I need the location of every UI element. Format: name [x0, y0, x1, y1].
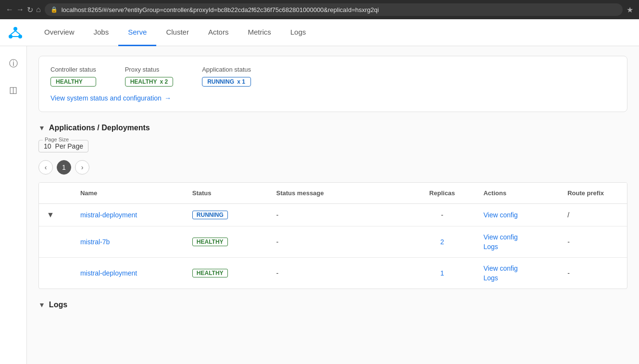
- svg-line-4: [15, 31, 20, 35]
- application-status-label: Application status: [202, 66, 251, 73]
- nav-item-cluster[interactable]: Cluster: [156, 20, 199, 46]
- row-chevron-icon[interactable]: ▼: [47, 211, 54, 219]
- svg-point-1: [9, 35, 13, 38]
- sidebar: ⓘ ◫: [0, 46, 27, 364]
- row-actions-cell: View config: [476, 204, 560, 226]
- deployments-chevron-icon: ▼: [38, 124, 45, 132]
- svg-line-3: [11, 31, 15, 35]
- bookmark-icon[interactable]: ★: [626, 5, 633, 14]
- shield-icon: 🔒: [50, 6, 58, 13]
- col-header-message: Status message: [269, 183, 409, 204]
- col-header-status: Status: [185, 183, 269, 204]
- nav-item-overview[interactable]: Overview: [35, 20, 84, 46]
- view-config-link[interactable]: View config: [483, 264, 552, 272]
- svg-point-0: [13, 27, 17, 31]
- deployment-name-link[interactable]: mistral-7b: [80, 238, 110, 246]
- row-status-badge: HEALTHY: [192, 238, 228, 246]
- application-status-badge: RUNNING x 1: [202, 77, 251, 87]
- row-replicas-cell: -: [409, 204, 476, 226]
- row-replicas-cell: 1: [409, 258, 476, 289]
- logs-link[interactable]: Logs: [483, 243, 552, 251]
- col-header-route: Route prefix: [560, 183, 627, 204]
- nav-bar: Overview Jobs Serve Cluster Actors Metri…: [0, 19, 639, 46]
- row-route-cell: -: [560, 258, 627, 289]
- pagination: ‹ 1 ›: [38, 160, 627, 175]
- page-size-value: 10: [44, 142, 51, 150]
- browser-nav-icons[interactable]: ← → ↻ ⌂: [6, 5, 41, 14]
- table-controls: Page Size 10 Per Page: [38, 140, 627, 152]
- nav-item-serve[interactable]: Serve: [118, 20, 156, 46]
- view-config-link[interactable]: View config: [483, 211, 552, 219]
- col-header-expand: [39, 183, 73, 204]
- row-name-cell: mistral-7b: [73, 226, 185, 258]
- status-row: Controller status HEALTHY Proxy status H…: [50, 66, 615, 87]
- controller-status-label: Controller status: [50, 66, 96, 73]
- home-icon[interactable]: ⌂: [36, 5, 41, 14]
- row-status-cell: RUNNING: [185, 204, 269, 226]
- prev-page-button[interactable]: ‹: [38, 160, 53, 175]
- row-message-cell: -: [269, 258, 409, 289]
- nav-item-actors[interactable]: Actors: [199, 20, 238, 46]
- browser-chrome: ← → ↻ ⌂ 🔒 localhost:8265/#/serve?entityG…: [0, 0, 639, 19]
- per-page-label: Per Page: [55, 142, 83, 150]
- logs-chevron-icon: ▼: [38, 301, 45, 309]
- deployment-name-link[interactable]: mistral-deployment: [80, 211, 137, 219]
- url-text: localhost:8265/#/serve?entityGroup=contr…: [62, 6, 617, 13]
- main-nav: Overview Jobs Serve Cluster Actors Metri…: [35, 19, 315, 46]
- table-row: mistral-deployment HEALTHY - 1: [39, 258, 627, 289]
- arrow-icon: →: [164, 94, 171, 102]
- row-route-cell: /: [560, 204, 627, 226]
- logs-section-title: Logs: [49, 301, 67, 309]
- table-icon[interactable]: ◫: [5, 81, 21, 99]
- table-header-row: Name Status Status message Replicas Acti…: [39, 183, 627, 204]
- row-name-cell: mistral-deployment: [73, 204, 185, 226]
- replicas-link[interactable]: 2: [440, 238, 444, 246]
- deployments-table-element: Name Status Status message Replicas Acti…: [39, 183, 627, 289]
- col-header-name: Name: [73, 183, 185, 204]
- application-status-group: Application status RUNNING x 1: [202, 66, 251, 87]
- logs-section: ▼ Logs: [38, 301, 627, 309]
- refresh-icon[interactable]: ↻: [27, 5, 33, 14]
- col-header-replicas: Replicas: [409, 183, 476, 204]
- back-icon[interactable]: ←: [6, 5, 13, 14]
- table-row: ▼ mistral-deployment RUNNING - -: [39, 204, 627, 226]
- nav-item-metrics[interactable]: Metrics: [238, 20, 280, 46]
- row-message-cell: -: [269, 226, 409, 258]
- row-actions-cell: View config Logs: [476, 226, 560, 258]
- proxy-status-badge: HEALTHY x 2: [125, 77, 173, 87]
- view-config-link[interactable]: View config: [483, 233, 552, 241]
- controller-status-badge: HEALTHY: [50, 77, 96, 87]
- table-row: mistral-7b HEALTHY - 2 View c: [39, 226, 627, 258]
- deployments-section-header[interactable]: ▼ Applications / Deployments: [38, 124, 627, 132]
- row-name-cell: mistral-deployment: [73, 258, 185, 289]
- next-page-button[interactable]: ›: [75, 160, 89, 175]
- deployment-name-link[interactable]: mistral-deployment: [80, 269, 137, 277]
- row-expand-cell[interactable]: ▼: [39, 204, 73, 226]
- proxy-status-group: Proxy status HEALTHY x 2: [125, 66, 173, 87]
- deployments-section: ▼ Applications / Deployments Page Size 1…: [38, 124, 627, 289]
- deployments-table: Name Status Status message Replicas Acti…: [38, 182, 627, 289]
- address-bar[interactable]: 🔒 localhost:8265/#/serve?entityGroup=con…: [45, 3, 623, 16]
- page-size-control[interactable]: Page Size 10 Per Page: [38, 140, 88, 152]
- row-expand-cell[interactable]: [39, 258, 73, 289]
- app-logo[interactable]: [8, 25, 23, 40]
- logs-section-header[interactable]: ▼ Logs: [38, 301, 627, 309]
- forward-icon[interactable]: →: [16, 5, 24, 14]
- row-status-cell: HEALTHY: [185, 258, 269, 289]
- app-layout: ⓘ ◫ Controller status HEALTHY Proxy stat…: [0, 46, 639, 364]
- page-1-button[interactable]: 1: [57, 160, 71, 175]
- row-message-cell: -: [269, 204, 409, 226]
- page-size-label: Page Size: [43, 137, 71, 142]
- row-actions-cell: View config Logs: [476, 258, 560, 289]
- info-icon[interactable]: ⓘ: [5, 54, 22, 73]
- status-card: Controller status HEALTHY Proxy status H…: [38, 56, 627, 112]
- replicas-link[interactable]: 1: [440, 269, 444, 277]
- view-system-status-link[interactable]: View system status and configuration →: [50, 94, 615, 102]
- row-replicas-cell: 2: [409, 226, 476, 258]
- nav-item-jobs[interactable]: Jobs: [84, 20, 119, 46]
- nav-item-logs[interactable]: Logs: [281, 20, 316, 46]
- deployments-section-title: Applications / Deployments: [49, 124, 150, 132]
- svg-point-2: [18, 35, 22, 38]
- row-expand-cell[interactable]: [39, 226, 73, 258]
- logs-link[interactable]: Logs: [483, 274, 552, 282]
